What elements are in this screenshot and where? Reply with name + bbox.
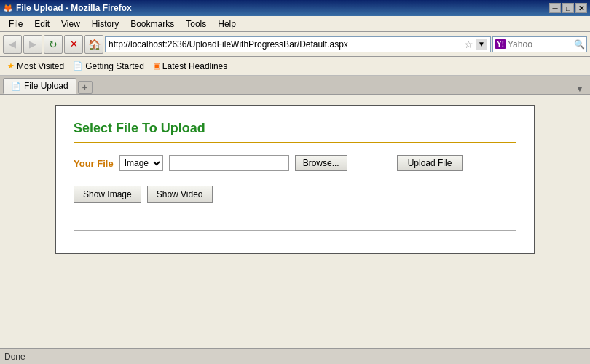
stop-button[interactable]: ✕ [64,35,83,54]
page-icon: 📄 [73,61,83,71]
bookmark-most-visited[interactable]: ★ Most Visited [4,60,67,73]
back-button[interactable]: ◀ [3,35,22,54]
forward-button[interactable]: ▶ [23,35,42,54]
nav-bar: ◀ ▶ ↻ ✕ 🏠 ☆ ▼ Y! 🔍 [0,32,590,57]
search-button[interactable]: 🔍 [573,39,585,50]
bookmark-getting-started-label: Getting Started [85,61,144,71]
address-bar[interactable]: ☆ ▼ [105,36,491,52]
minimize-button[interactable]: ─ [549,3,561,13]
menu-tools[interactable]: Tools [180,17,212,31]
menu-edit[interactable]: Edit [28,17,55,31]
menu-help[interactable]: Help [212,17,242,31]
upload-file-button[interactable]: Upload File [397,155,463,171]
your-file-label: Your File [74,158,114,169]
show-buttons-row: Show Image Show Video [74,186,516,203]
bookmark-most-visited-label: Most Visited [17,61,64,71]
menu-history[interactable]: History [86,17,125,31]
maximize-button[interactable]: □ [562,3,574,13]
tab-scroll-button[interactable]: ▼ [573,84,587,94]
page-content: Select File To Upload Your File Image Vi… [0,95,590,348]
rss-icon: ▣ [153,61,160,71]
new-tab-button[interactable]: + [78,81,93,94]
bookmark-latest-headlines-label: Latest Headlines [162,61,227,71]
title-bar: 🦊 File Upload - Mozilla Firefox ─ □ ✕ [0,0,590,16]
home-button[interactable]: 🏠 [84,35,103,54]
page-title: Select File To Upload [74,121,516,143]
show-video-button[interactable]: Show Video [147,186,213,203]
menu-file[interactable]: File [3,17,28,31]
browse-button[interactable]: Browse... [295,155,347,171]
address-dropdown-button[interactable]: ▼ [476,39,487,50]
search-box: Y! 🔍 [492,36,587,52]
firefox-icon: 🦊 [3,4,13,13]
tab-page-icon: 📄 [11,82,21,91]
bookmark-getting-started[interactable]: 📄 Getting Started [70,60,147,73]
bookmark-star-button[interactable]: ☆ [461,36,476,52]
show-image-button[interactable]: Show Image [74,186,141,203]
menu-view[interactable]: View [55,17,86,31]
star-icon: ★ [7,61,15,71]
menu-bookmarks[interactable]: Bookmarks [125,17,180,31]
status-text: Done [4,352,25,362]
file-path-input[interactable] [169,155,289,171]
tab-label: File Upload [24,81,68,91]
status-bar: Done [0,348,590,364]
progress-bar [74,218,516,231]
upload-box: Select File To Upload Your File Image Vi… [55,105,535,254]
file-row: Your File Image Video Browse... Upload F… [74,155,516,171]
search-input[interactable] [508,39,573,50]
address-input[interactable] [109,39,461,50]
menu-bar: File Edit View History Bookmarks Tools H… [0,16,590,32]
refresh-button[interactable]: ↻ [44,35,63,54]
yahoo-badge: Y! [495,39,506,49]
close-button[interactable]: ✕ [575,3,587,13]
tab-bar: 📄 File Upload + ▼ [0,76,590,95]
progress-bar-container [74,218,516,231]
bookmarks-bar: ★ Most Visited 📄 Getting Started ▣ Lates… [0,57,590,76]
tab-file-upload[interactable]: 📄 File Upload [3,78,76,94]
window-controls: ─ □ ✕ [549,3,587,13]
bookmark-latest-headlines[interactable]: ▣ Latest Headlines [150,60,230,73]
file-type-select[interactable]: Image Video [119,155,163,171]
window-title: File Upload - Mozilla Firefox [16,3,132,13]
